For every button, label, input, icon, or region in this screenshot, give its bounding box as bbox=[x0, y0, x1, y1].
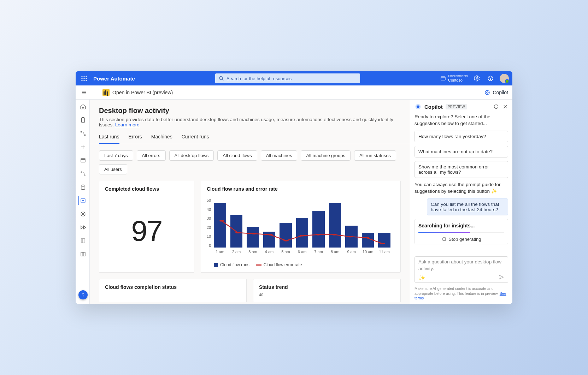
tab-machines[interactable]: Machines bbox=[151, 134, 172, 144]
stop-generating-button[interactable]: Stop generating bbox=[418, 233, 504, 243]
filter-machines[interactable]: All machines bbox=[261, 150, 298, 161]
card-title: Status trend bbox=[259, 284, 395, 290]
copilot-toggle-button[interactable]: Copilot bbox=[484, 89, 508, 96]
card-title: Cloud flow runs and error rate bbox=[207, 186, 395, 192]
card-completion-status: Cloud flows completion status bbox=[99, 279, 247, 302]
svg-point-38 bbox=[267, 234, 273, 236]
card-status-trend: Status trend 40 bbox=[253, 279, 401, 302]
svg-point-13 bbox=[476, 78, 478, 79]
svg-rect-49 bbox=[443, 238, 446, 240]
search-icon bbox=[219, 76, 224, 81]
filter-bar: Last 7 days All errors All desktop flows… bbox=[90, 144, 410, 174]
svg-rect-33 bbox=[81, 239, 85, 243]
card-runs-and-error-rate: Cloud flow runs and error rate 504030201… bbox=[201, 181, 401, 273]
copilot-title: Copilot bbox=[424, 104, 443, 110]
user-message: Can you list me all the flows that have … bbox=[427, 198, 508, 215]
copilot-status-card: Searching for insights... Stop generatin… bbox=[414, 219, 508, 244]
svg-line-10 bbox=[222, 79, 224, 81]
nav-solutions-icon[interactable] bbox=[78, 237, 87, 245]
svg-point-15 bbox=[490, 79, 491, 80]
svg-point-3 bbox=[81, 78, 82, 79]
svg-point-4 bbox=[83, 78, 84, 79]
nav-home-icon[interactable] bbox=[78, 102, 87, 111]
sparkle-icon[interactable]: ✨ bbox=[418, 274, 425, 281]
copilot-disclaimer: Make sure AI-generated content is accura… bbox=[410, 285, 512, 304]
send-icon[interactable] bbox=[499, 274, 504, 281]
hamburger-icon[interactable] bbox=[80, 88, 88, 97]
svg-point-22 bbox=[84, 135, 85, 136]
page-description: This section provides data to better und… bbox=[99, 117, 401, 127]
command-bar: Open in Power BI (preview) Copilot bbox=[76, 85, 512, 100]
svg-point-32 bbox=[82, 213, 84, 215]
nav-connectors-icon[interactable] bbox=[78, 169, 87, 178]
app-window: Power Automate Search for the helpful re… bbox=[76, 71, 512, 304]
preview-badge: PREVIEW bbox=[446, 104, 468, 109]
copilot-status: Searching for insights... bbox=[418, 223, 504, 228]
copilot-intro: Ready to explore? Select one of the sugg… bbox=[414, 114, 508, 127]
tab-last-runs[interactable]: Last runs bbox=[99, 134, 119, 144]
suggestion-2[interactable]: What machines are not up to date? bbox=[414, 146, 508, 157]
svg-point-36 bbox=[235, 232, 241, 233]
app-launcher-icon[interactable] bbox=[79, 73, 89, 83]
top-bar: Power Automate Search for the helpful re… bbox=[76, 71, 512, 85]
nav-data-icon[interactable] bbox=[78, 183, 87, 191]
tab-current-runs[interactable]: Current runs bbox=[182, 134, 209, 144]
svg-point-42 bbox=[331, 234, 337, 236]
user-avatar[interactable] bbox=[500, 74, 509, 83]
filter-machine-groups[interactable]: All machine groups bbox=[301, 150, 351, 161]
nav-create-icon[interactable] bbox=[78, 143, 87, 151]
filter-cloud-flows[interactable]: All cloud flows bbox=[217, 150, 257, 161]
svg-point-45 bbox=[380, 243, 385, 244]
close-icon[interactable] bbox=[502, 104, 508, 109]
svg-point-9 bbox=[219, 77, 223, 80]
main-content: Desktop flow activity This section provi… bbox=[90, 100, 410, 304]
environment-picker[interactable]: Environments Contoso bbox=[440, 74, 468, 83]
help-icon[interactable] bbox=[486, 74, 495, 83]
open-in-powerbi-button[interactable]: Open in Power BI (preview) bbox=[112, 90, 173, 95]
suggestion-3[interactable]: Show me the most common error across all… bbox=[414, 161, 508, 178]
nav-learn-icon[interactable] bbox=[78, 250, 87, 258]
chart: 50403020100 1 am2 am3 am4 am5 am6 am7 am… bbox=[207, 195, 395, 252]
svg-point-39 bbox=[283, 240, 289, 241]
copilot-panel: Copilot PREVIEW Ready to explore? Select… bbox=[410, 100, 512, 304]
svg-point-0 bbox=[81, 76, 82, 77]
svg-point-8 bbox=[86, 80, 87, 81]
search-box[interactable]: Search for the helpful resources bbox=[215, 73, 360, 83]
nav-aibuilder-icon[interactable] bbox=[78, 210, 87, 218]
left-nav bbox=[76, 100, 90, 304]
svg-rect-11 bbox=[441, 77, 445, 80]
filter-run-statuses[interactable]: All run statuses bbox=[354, 150, 396, 161]
copilot-logo-icon bbox=[414, 103, 422, 110]
completed-flows-value: 97 bbox=[105, 195, 188, 267]
settings-icon[interactable] bbox=[473, 74, 481, 83]
filter-errors[interactable]: All errors bbox=[137, 150, 166, 161]
suggestion-1[interactable]: How many flows ran yesterday? bbox=[414, 131, 508, 142]
refresh-icon[interactable] bbox=[493, 104, 499, 109]
filter-desktop-flows[interactable]: All desktop flows bbox=[169, 150, 214, 161]
svg-point-6 bbox=[81, 80, 82, 81]
svg-rect-20 bbox=[81, 118, 84, 123]
powerbi-icon bbox=[102, 89, 110, 96]
environment-icon bbox=[440, 76, 446, 81]
card-title: Cloud flows completion status bbox=[105, 284, 241, 290]
tabs: Last runs Errors Machines Current runs bbox=[90, 134, 410, 144]
card-title: Completed cloud flows bbox=[105, 186, 188, 192]
environment-name: Contoso bbox=[448, 78, 463, 82]
copilot-icon bbox=[484, 89, 490, 96]
environments-label: Environments bbox=[448, 74, 468, 78]
svg-point-44 bbox=[364, 237, 369, 238]
nav-flows-icon[interactable] bbox=[78, 129, 87, 138]
nav-approvals-icon[interactable] bbox=[78, 116, 87, 124]
learn-more-link[interactable]: Learn more bbox=[115, 122, 140, 127]
nav-processadvisor-icon[interactable] bbox=[78, 223, 87, 232]
tab-errors[interactable]: Errors bbox=[129, 134, 142, 144]
filter-time[interactable]: Last 7 days bbox=[99, 150, 133, 161]
svg-point-1 bbox=[83, 76, 84, 77]
svg-point-28 bbox=[84, 175, 85, 176]
nav-templates-icon[interactable] bbox=[78, 156, 87, 165]
nav-monitor-icon[interactable] bbox=[78, 196, 87, 205]
card-completed-cloud-flows: Completed cloud flows 97 bbox=[99, 181, 194, 273]
copilot-input[interactable]: Ask a question about your desktop flow a… bbox=[414, 256, 508, 283]
help-fab-button[interactable]: ? bbox=[78, 290, 88, 299]
filter-users[interactable]: All users bbox=[99, 164, 127, 174]
